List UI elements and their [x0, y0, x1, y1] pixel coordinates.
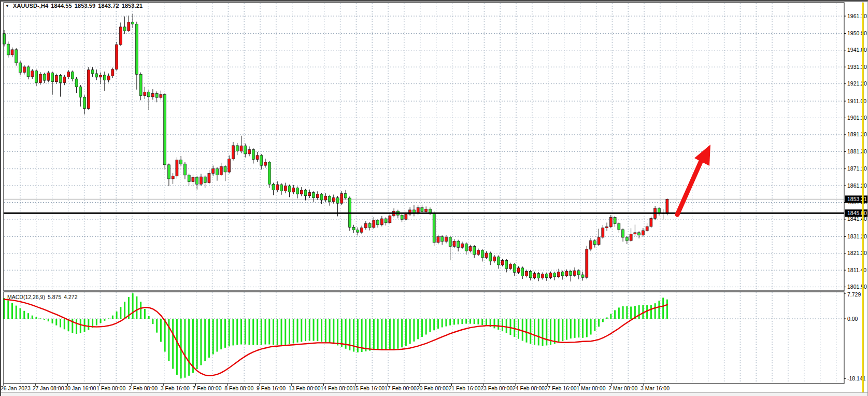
macd-histogram-bar: [281, 319, 282, 345]
time-axis-label: 27 Feb 16:00: [545, 385, 577, 391]
time-axis-label: 3 Mar 16:00: [641, 385, 670, 391]
macd-histogram-bar: [453, 319, 455, 324]
bull-candle-body: [525, 271, 528, 276]
bull-candle-body: [425, 209, 428, 211]
macd-histogram-bar: [626, 306, 628, 319]
macd-histogram-bar: [606, 317, 608, 319]
macd-histogram: [4, 293, 668, 378]
price-axis-label: 1931.10: [847, 64, 867, 70]
macd-histogram-bar: [650, 305, 652, 319]
macd-histogram-bar: [493, 319, 495, 328]
bear-candle-body: [513, 264, 516, 273]
macd-histogram-bar: [558, 319, 560, 343]
price-chart-canvas[interactable]: 1961.101950.901941.001931.101921.201911.…: [1, 2, 867, 396]
macd-histogram-bar: [610, 314, 611, 319]
bear-candle-body: [224, 166, 226, 172]
chart-dropdown-icon[interactable]: ▼: [5, 4, 9, 8]
macd-histogram-bar: [602, 319, 604, 322]
bear-candle-body: [148, 92, 150, 97]
macd-histogram-bar: [654, 303, 656, 319]
macd-histogram-bar: [32, 316, 33, 319]
macd-histogram-bar: [369, 319, 371, 351]
macd-histogram-bar: [229, 319, 230, 346]
macd-histogram-bar: [437, 319, 439, 329]
macd-histogram-bar: [277, 319, 278, 345]
bull-candle-body: [208, 174, 210, 183]
bear-candle-body: [216, 168, 218, 175]
bull-candle-body: [127, 22, 130, 31]
bear-candle-body: [252, 150, 254, 160]
macd-histogram-bar: [365, 319, 366, 351]
bear-candle-body: [581, 275, 584, 277]
bear-candle-body: [139, 74, 142, 95]
macd-histogram-bar: [409, 319, 411, 344]
bull-candle-body: [39, 74, 41, 83]
bear-candle-body: [553, 273, 556, 277]
macd-histogram-bar: [522, 319, 523, 341]
bear-candle-body: [421, 208, 423, 212]
macd-histogram-bar: [104, 319, 105, 321]
macd-histogram-bar: [48, 319, 49, 321]
bear-candle-body: [329, 196, 331, 201]
macd-histogram-bar: [268, 319, 270, 345]
ohlc-high: 1853.59: [75, 3, 95, 9]
bear-candle-body: [537, 274, 540, 278]
bull-candle-body: [590, 241, 592, 249]
macd-histogram-bar: [55, 319, 57, 326]
macd-histogram-bar: [208, 319, 210, 358]
bull-candle-body: [264, 162, 267, 165]
bull-candle-body: [256, 155, 259, 160]
macd-histogram-bar: [257, 319, 258, 345]
macd-histogram-bar: [497, 319, 499, 330]
macd-histogram-bar: [245, 319, 246, 345]
macd-histogram-bar: [469, 319, 471, 324]
bull-candle-body: [232, 146, 234, 159]
macd-histogram-bar: [442, 319, 443, 328]
bear-candle-body: [79, 87, 82, 97]
bear-candle-body: [155, 93, 158, 97]
bear-candle-body: [236, 146, 238, 151]
trend-arrow-shaft[interactable]: [677, 160, 702, 215]
macd-histogram-bar: [397, 319, 399, 349]
macd-histogram-bar: [646, 305, 648, 319]
macd-histogram-bar: [248, 319, 250, 345]
macd-histogram-bar: [518, 319, 519, 339]
macd-histogram-bar: [481, 319, 483, 325]
time-axis-label: 24 Feb 08:00: [513, 385, 545, 391]
macd-histogram-bar: [477, 319, 479, 324]
bull-candle-body: [308, 193, 311, 196]
macd-axis-label: 7.729: [847, 291, 861, 298]
bull-candle-body: [517, 268, 520, 273]
macd-histogram-bar: [309, 319, 310, 341]
price-axis-label: 1961.10: [847, 13, 867, 19]
bull-candle-body: [99, 75, 102, 77]
bull-candle-body: [144, 92, 146, 96]
bear-candle-body: [167, 165, 170, 179]
bear-candle-body: [183, 164, 186, 175]
bear-candle-body: [15, 50, 18, 63]
bull-candle-body: [389, 216, 391, 223]
bear-candle-body: [622, 230, 624, 237]
macd-histogram-bar: [188, 319, 190, 376]
macd-histogram-bar: [458, 319, 459, 324]
bear-candle-body: [473, 247, 476, 254]
macd-histogram-bar: [534, 319, 535, 345]
time-axis-label: 27 Jan 08:00: [33, 385, 64, 391]
macd-name: MACD(12,26,9): [7, 294, 45, 300]
macd-histogram-bar: [196, 319, 198, 369]
macd-histogram-bar: [526, 319, 528, 343]
macd-histogram-bar: [413, 319, 415, 342]
macd-histogram-bar: [554, 319, 556, 344]
macd-histogram-bar: [305, 319, 306, 341]
macd-histogram-bar: [80, 319, 81, 333]
macd-histogram-bar: [144, 309, 146, 319]
macd-histogram-bar: [289, 319, 290, 344]
macd-histogram-bar: [502, 319, 503, 331]
bull-candle-body: [11, 50, 13, 55]
macd-histogram-bar: [212, 319, 214, 355]
macd-histogram-bar: [132, 293, 134, 319]
macd-histogram-bar: [156, 319, 158, 333]
macd-indicator-label: MACD(12,26,9) 5.875 4.272: [7, 294, 78, 300]
bull-candle-body: [67, 72, 70, 77]
macd-histogram-bar: [317, 319, 318, 341]
